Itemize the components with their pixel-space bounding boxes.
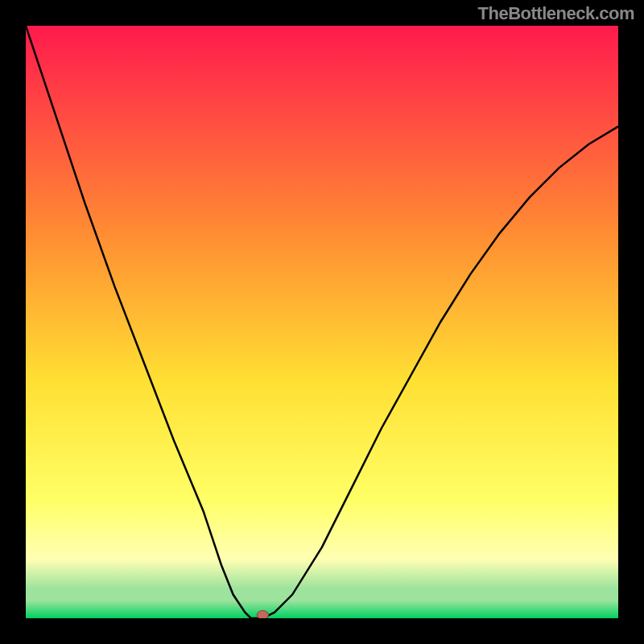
gradient-background bbox=[26, 26, 618, 618]
plot-area bbox=[26, 26, 618, 618]
optimal-point-marker bbox=[257, 611, 268, 619]
plot-svg bbox=[26, 26, 618, 618]
chart-frame: TheBottleneck.com bbox=[0, 0, 644, 644]
attribution-text: TheBottleneck.com bbox=[478, 3, 634, 24]
